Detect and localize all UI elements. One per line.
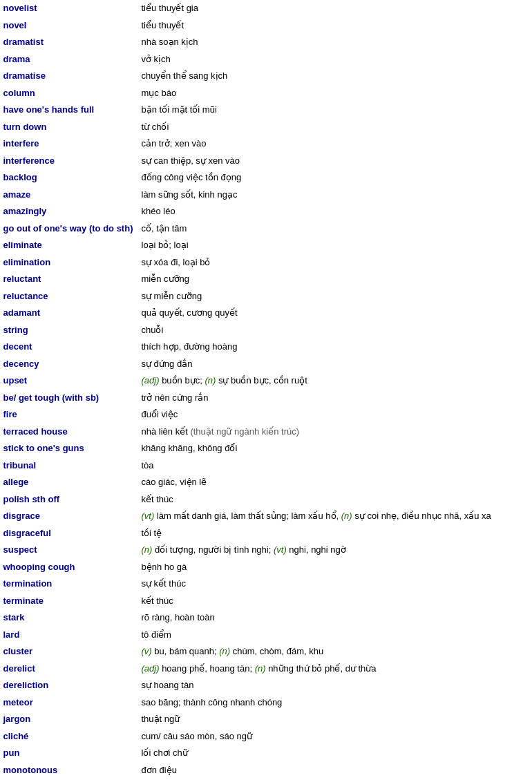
translation-text: sự coi nhẹ, điều nhục nhã, xấu xa — [352, 511, 491, 521]
vietnamese-translation: kết thúc — [139, 592, 532, 609]
translation-text: sự đứng đắn — [142, 359, 193, 369]
vietnamese-translation: cáo giác, viện lẽ — [139, 474, 532, 491]
english-term: have one's hands full — [3, 104, 95, 115]
vietnamese-translation: rõ ràng, hoàn toàn — [139, 609, 532, 627]
table-row: lardtô điểm — [1, 626, 532, 643]
vietnamese-translation: cản trở; xen vào — [139, 135, 532, 153]
english-word: cliché — [1, 727, 139, 745]
vietnamese-translation: (v) bu, bám quanh; (n) chùm, chòm, đám, … — [139, 643, 532, 660]
translation-text: sự buồn bực, cồn ruột — [216, 375, 307, 386]
vietnamese-translation: tiểu thuyết gia — [139, 0, 532, 17]
table-row: decentthích hợp, đường hoàng — [1, 339, 532, 356]
english-word: suspect — [1, 542, 139, 559]
translation-text: chùm, chòm, đám, khu — [230, 646, 323, 656]
translation-text: sự xóa đi, loại bỏ — [142, 257, 211, 267]
english-term: elimination — [3, 257, 51, 267]
english-term: dramatist — [3, 37, 44, 47]
table-row: disgracefultồi tệ — [1, 524, 532, 542]
english-word: reluctance — [1, 287, 139, 305]
translation-text: khéo léo — [142, 206, 175, 216]
english-term: decent — [3, 341, 32, 352]
table-row: clichécum/ câu sáo mòn, sáo ngữ — [1, 727, 532, 745]
english-term: decency — [3, 359, 39, 369]
english-word: whooping cough — [1, 558, 139, 576]
pos-tag: (n) — [142, 544, 153, 555]
english-term: polish sth off — [3, 494, 60, 504]
english-word: stark — [1, 609, 139, 627]
english-term: termination — [3, 578, 53, 589]
translation-text: rõ ràng, hoàn toàn — [142, 612, 215, 622]
table-row: whooping coughbệnh ho gà — [1, 558, 532, 576]
vietnamese-translation: (vt) làm mất danh giá, làm thất sủng; là… — [139, 508, 532, 525]
english-term: drama — [3, 54, 30, 64]
vietnamese-translation: chuỗi — [139, 321, 532, 339]
table-row: novelisttiểu thuyết gia — [1, 0, 532, 17]
translation-text: làm mất danh giá, làm thất sủng; làm xấu… — [154, 511, 341, 521]
translation-text: tòa — [142, 460, 154, 470]
table-row: punlối chơi chữ — [1, 745, 532, 762]
vietnamese-translation: bận tối mặt tối mũi — [139, 102, 532, 119]
english-word: drama — [1, 50, 139, 68]
pos-tag: (v) — [142, 646, 152, 656]
translation-text: cản trở; xen vào — [142, 138, 207, 149]
english-word: have one's hands full — [1, 102, 139, 119]
translation-text: làm sững sốt, kinh ngạc — [142, 189, 238, 200]
table-row: suspect(n) đối tượng, người bị tình nghi… — [1, 542, 532, 559]
table-row: dramatisechuyển thể sang kịch — [1, 68, 532, 85]
english-word: dramatist — [1, 34, 139, 51]
english-term: stark — [3, 612, 25, 622]
english-term: upset — [3, 375, 28, 386]
table-row: eliminationsự xóa đi, loại bỏ — [1, 254, 532, 271]
english-term: dereliction — [3, 680, 49, 690]
vietnamese-translation: thuật ngữ — [139, 711, 532, 728]
pos-tag: (vt) — [142, 511, 155, 521]
pos-tag: (n) — [255, 663, 266, 674]
table-row: reluctancesự miễn cưỡng — [1, 287, 532, 305]
table-row: dramatistnhà soạn kịch — [1, 34, 532, 51]
english-term: lard — [3, 629, 20, 640]
translation-text: quả quyết, cương quyết — [142, 307, 238, 318]
english-term: be/ get tough (with sb) — [3, 392, 99, 403]
english-word: interfere — [1, 135, 139, 153]
translation-text: miễn cưỡng — [142, 274, 190, 284]
vietnamese-translation: cố, tận tâm — [139, 220, 532, 237]
table-row: decencysự đứng đắn — [1, 355, 532, 372]
pos-tag: (n) — [341, 511, 352, 521]
translation-text: thuật ngữ — [142, 714, 180, 724]
translation-text: khăng khăng, không đổi — [142, 443, 238, 453]
english-term: go out of one's way (to do sth) — [3, 223, 133, 234]
translation-text: sự can thiệp, sự xen vào — [142, 155, 240, 166]
english-term: amaze — [3, 189, 31, 200]
english-term: novelist — [3, 3, 37, 13]
english-term: dramatise — [3, 70, 46, 81]
translation-text: mục báo — [142, 88, 177, 98]
vocabulary-table: novelisttiểu thuyết gianoveltiểu thuyếtd… — [0, 0, 532, 780]
table-row: have one's hands fullbận tối mặt tối mũi — [1, 102, 532, 119]
vietnamese-translation: chuyển thể sang kịch — [139, 68, 532, 85]
vietnamese-translation: sự đứng đắn — [139, 355, 532, 372]
translation-text: từ chối — [142, 122, 169, 132]
table-row: derelict(adj) hoang phế, hoang tàn; (n) … — [1, 660, 532, 677]
translation-text: bu, bám quanh; — [152, 646, 220, 656]
vietnamese-translation: sự miễn cưỡng — [139, 287, 532, 305]
translation-text: kết thúc — [142, 494, 173, 504]
english-word: terraced house — [1, 423, 139, 440]
table-row: starkrõ ràng, hoàn toàn — [1, 609, 532, 627]
translation-text: sự miễn cưỡng — [142, 291, 202, 301]
table-row: reluctantmiễn cưỡng — [1, 271, 532, 288]
translation-text: vở kịch — [142, 54, 171, 64]
english-term: meteor — [3, 697, 33, 707]
english-word: dereliction — [1, 677, 139, 694]
english-word: pun — [1, 745, 139, 762]
table-row: monotonousđơn điệu — [1, 761, 532, 779]
table-row: terminationsự kết thúc — [1, 576, 532, 593]
english-word: column — [1, 84, 139, 102]
table-row: interferecản trở; xen vào — [1, 135, 532, 153]
table-row: terminatekết thúc — [1, 592, 532, 609]
vietnamese-translation: làm sững sốt, kinh ngạc — [139, 186, 532, 203]
translation-text: nghi, nghi ngờ — [287, 544, 346, 555]
english-term: cluster — [3, 646, 33, 656]
english-word: upset — [1, 372, 139, 390]
english-term: reluctance — [3, 291, 48, 301]
translation-text: những thứ bỏ phế, dư thừa — [266, 663, 377, 674]
